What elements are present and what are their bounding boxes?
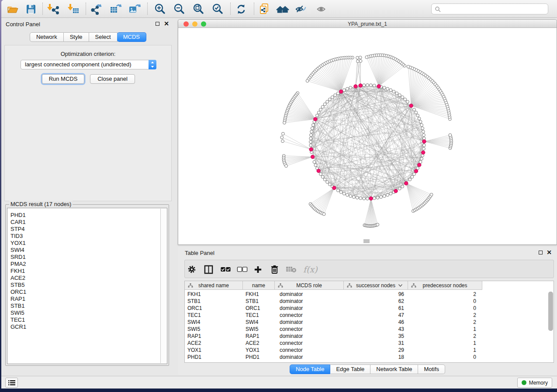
close-table-panel-icon[interactable]: ✕ <box>547 249 552 256</box>
memory-button[interactable]: Memory <box>517 378 552 388</box>
mcds-result-item[interactable]: SWI4 <box>10 247 26 254</box>
export-network-icon[interactable] <box>90 3 103 16</box>
close-panel-icon[interactable]: ✕ <box>164 20 169 27</box>
zoom-in-icon[interactable] <box>153 3 166 16</box>
tab-style[interactable]: Style <box>64 32 89 42</box>
task-history-button[interactable] <box>5 378 18 388</box>
mcds-result-item[interactable]: YOX1 <box>10 240 26 247</box>
table-settings-icon[interactable] <box>187 264 197 275</box>
column-header-shared-name[interactable]: shared name <box>185 281 243 290</box>
control-panel-header: Control Panel ✕ <box>1 18 175 30</box>
import-table-icon[interactable] <box>67 3 80 16</box>
split-panel-icon[interactable] <box>204 264 213 275</box>
cell-predecessor-nodes: 0 <box>408 298 476 304</box>
cell-mcds-role: dominator <box>280 333 303 339</box>
mcds-list-scrollbar[interactable] <box>160 209 166 363</box>
tab-network[interactable]: Network <box>30 32 64 42</box>
column-header-predecessor-nodes[interactable]: predecessor nodes <box>408 281 482 290</box>
table-row[interactable]: YOX1YOX1connector291 <box>185 347 554 354</box>
save-session-icon[interactable] <box>24 3 38 16</box>
delete-table-icon[interactable] <box>286 264 297 275</box>
optimization-select[interactable]: largest connected component (undirected) <box>21 60 156 69</box>
open-network-icon[interactable] <box>6 3 19 16</box>
mcds-result-item[interactable]: TID3 <box>10 233 26 240</box>
mcds-result-item[interactable]: RAP1 <box>10 296 26 303</box>
tab-motifs[interactable]: Motifs <box>418 364 445 374</box>
table-row[interactable]: FKH1FKH1dominator962 <box>185 291 554 298</box>
mcds-result-item[interactable]: FKH1 <box>10 268 26 275</box>
mcds-result-item[interactable]: GCR1 <box>10 323 26 330</box>
mcds-result-item[interactable]: PMA2 <box>10 261 26 268</box>
table-row[interactable]: RAP1RAP1dominator352 <box>185 333 554 340</box>
cell-successor-nodes: 31 <box>344 340 404 346</box>
memory-status-icon <box>522 380 526 385</box>
add-column-icon[interactable] <box>254 264 262 275</box>
table-row[interactable]: SWI4SWI4dominator462 <box>185 319 554 326</box>
cell-shared-name: SWI4 <box>187 319 200 325</box>
zoom-fit-icon[interactable] <box>192 3 205 16</box>
zoom-out-icon[interactable] <box>173 3 186 16</box>
mcds-result-item[interactable]: CAR1 <box>10 219 26 226</box>
network-titlebar[interactable]: YPA_prune.txt_1 <box>178 20 557 28</box>
clone-network-icon[interactable] <box>258 3 271 16</box>
table-row[interactable]: ACE2ACE2connector311 <box>185 340 554 347</box>
close-panel-button[interactable]: Close panel <box>90 74 135 84</box>
show-all-icon[interactable] <box>315 3 329 16</box>
mcds-result-item[interactable]: SRD1 <box>10 254 26 261</box>
cell-successor-nodes: 29 <box>344 347 404 353</box>
cell-name: ORC1 <box>246 305 260 311</box>
mcds-result-item[interactable]: ORC1 <box>10 289 26 296</box>
cytoscape-window: Control Panel ✕ NetworkStyleSelectMCDS O… <box>1 0 557 389</box>
mcds-result-item[interactable]: STB1 <box>10 303 26 309</box>
tab-network-table[interactable]: Network Table <box>370 364 418 374</box>
mcds-result-item[interactable]: ACE2 <box>10 275 26 282</box>
table-row[interactable]: TEC1TEC1connector472 <box>185 312 554 319</box>
table-row[interactable]: SWI5SWI5connector431 <box>185 326 554 333</box>
table-row[interactable]: PHD1PHD1dominator180 <box>185 354 554 361</box>
column-header-MCDS-role[interactable]: MCDS role <box>275 281 344 290</box>
delete-column-icon[interactable] <box>270 264 279 275</box>
cell-name: YOX1 <box>246 347 259 353</box>
float-table-panel-icon[interactable] <box>539 251 543 254</box>
toolbar-separator <box>147 3 148 15</box>
cell-predecessor-nodes: 2 <box>408 319 476 325</box>
mcds-result-item[interactable]: PHD1 <box>10 212 26 219</box>
select-all-icon[interactable] <box>220 264 231 275</box>
tab-select[interactable]: Select <box>89 32 118 42</box>
hide-selected-icon[interactable] <box>294 3 308 16</box>
mcds-result-item[interactable]: STB5 <box>10 282 26 289</box>
function-builder-icon[interactable]: f(x) <box>303 264 318 275</box>
tab-mcds[interactable]: MCDS <box>117 32 146 42</box>
table-row[interactable]: ORC1ORC1dominator610 <box>185 305 554 312</box>
tab-node-table[interactable]: Node Table <box>290 364 331 374</box>
mcds-result-list[interactable]: PHD1CAR1STP4TID3YOX1SWI4SRD1PMA2FKH1ACE2… <box>7 208 167 364</box>
export-image-icon[interactable] <box>128 3 141 16</box>
table-row[interactable]: STB1STB1dominator620 <box>185 298 554 305</box>
network-canvas[interactable] <box>178 28 557 244</box>
network-hscroll-thumb[interactable] <box>363 239 370 243</box>
search-input[interactable] <box>431 3 548 14</box>
cell-shared-name: ORC1 <box>187 305 202 311</box>
zoom-selected-icon[interactable] <box>211 3 224 16</box>
mcds-result-item[interactable]: SWI5 <box>10 309 26 316</box>
network-graph <box>178 28 557 245</box>
export-table-icon[interactable] <box>109 3 122 16</box>
tab-edge-table[interactable]: Edge Table <box>330 364 370 374</box>
first-neighbors-icon[interactable] <box>276 3 289 16</box>
deselect-all-icon[interactable] <box>237 264 248 275</box>
mcds-result-item[interactable]: TEC1 <box>10 316 26 323</box>
search-icon <box>435 6 441 12</box>
cell-predecessor-nodes: 1 <box>408 340 476 346</box>
toolbar-separator <box>254 3 254 15</box>
column-header-name[interactable]: name <box>243 281 275 290</box>
column-header-successor-nodes[interactable]: successor nodes <box>344 281 408 290</box>
table-scrollbar-thumb[interactable] <box>548 292 553 331</box>
run-mcds-button[interactable]: Run MCDS <box>42 74 84 84</box>
import-network-icon[interactable] <box>47 3 60 16</box>
cell-name: RAP1 <box>246 333 259 339</box>
float-panel-icon[interactable] <box>156 22 159 26</box>
cell-mcds-role: dominator <box>280 319 303 325</box>
refresh-icon[interactable] <box>235 3 248 16</box>
mcds-result-item[interactable]: STP4 <box>10 226 26 233</box>
cell-shared-name: PHD1 <box>187 354 201 360</box>
